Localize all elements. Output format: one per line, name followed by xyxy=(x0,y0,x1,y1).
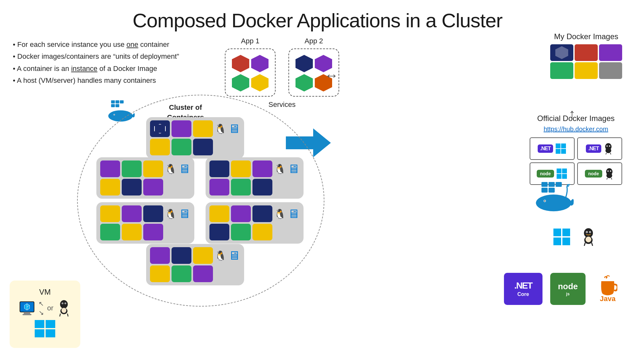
node-js-sub: js xyxy=(566,291,570,296)
windows-icon-sm2 xyxy=(556,168,568,179)
vm-icons: ↖ ↘ or xyxy=(19,300,72,316)
node-group-5: 🐧 🖥 xyxy=(206,202,304,244)
svg-rect-30 xyxy=(562,229,570,236)
svg-point-26 xyxy=(539,197,552,207)
app1-box: App 1 xyxy=(225,37,276,97)
monitor-2: 🖥 xyxy=(178,162,190,176)
svg-point-52 xyxy=(62,303,63,304)
svg-point-35 xyxy=(586,237,591,242)
svg-rect-59 xyxy=(46,329,55,337)
monitor-1: 🖥 xyxy=(228,122,240,136)
windows-logo-icon xyxy=(553,228,571,246)
or-label: or xyxy=(47,304,54,312)
svg-line-54 xyxy=(60,314,60,316)
svg-line-8 xyxy=(606,153,606,154)
app2-box: App 2 xyxy=(288,37,339,97)
svg-rect-2 xyxy=(556,149,560,154)
penguin-6: 🐧 xyxy=(215,250,226,261)
svg-rect-3 xyxy=(561,149,566,154)
svg-rect-64 xyxy=(111,104,115,107)
node-brand-badge: node js xyxy=(550,273,586,305)
my-docker-images-area: My Docker Images xyxy=(550,32,622,79)
bullet-4: A host (VM/server) handles many containe… xyxy=(13,74,179,86)
net-linux-cell: .NET xyxy=(577,137,622,160)
penguin-4: 🐧 xyxy=(165,208,177,220)
monitor-3: 🖥 xyxy=(287,162,300,176)
page-title: Composed Docker Applications in a Cluste… xyxy=(0,0,635,38)
svg-point-49 xyxy=(62,308,66,313)
app1-container xyxy=(225,48,276,97)
vm-box: VM ↖ ↘ or xyxy=(10,281,80,348)
svg-rect-32 xyxy=(562,238,570,245)
svg-line-55 xyxy=(67,314,68,316)
svg-point-5 xyxy=(606,145,608,147)
net-text: .NET xyxy=(514,281,532,291)
app1-label: App 1 xyxy=(241,37,260,45)
svg-rect-13 xyxy=(562,174,567,179)
svg-point-39 xyxy=(590,232,591,233)
svg-point-6 xyxy=(609,145,610,147)
double-arrow-icon: ↔ xyxy=(324,67,339,83)
docker-whale-icon-br xyxy=(532,180,577,215)
java-cup-icon xyxy=(598,275,617,297)
windows-vm-icon xyxy=(34,319,56,338)
svg-rect-20 xyxy=(542,182,548,187)
svg-rect-61 xyxy=(111,100,115,103)
net-badge-win: .NET xyxy=(538,144,553,153)
svg-rect-10 xyxy=(557,169,561,173)
monitor-5: 🖥 xyxy=(287,207,300,221)
penguin-5: 🐧 xyxy=(274,208,286,220)
net-badge-linux: .NET xyxy=(586,144,601,153)
bullet-1: For each service instance you use one co… xyxy=(13,39,179,50)
linux-penguin-icon xyxy=(580,228,596,246)
node-group-6: 🐧 🖥 xyxy=(146,244,244,285)
svg-point-69 xyxy=(114,114,115,115)
monitor-4: 🖥 xyxy=(178,207,190,221)
svg-rect-24 xyxy=(549,188,555,193)
net-win-cell: .NET xyxy=(530,137,575,160)
svg-point-7 xyxy=(605,148,611,153)
penguin-3: 🐧 xyxy=(274,163,286,175)
svg-point-16 xyxy=(610,170,611,172)
svg-point-28 xyxy=(544,200,545,201)
svg-line-18 xyxy=(607,178,607,179)
svg-rect-21 xyxy=(549,182,555,187)
node-badge-linux: node xyxy=(585,170,602,178)
linux-vm-icon xyxy=(57,300,71,316)
linux-icon-sm xyxy=(603,143,613,154)
my-docker-images-label: My Docker Images xyxy=(550,32,622,41)
bullet-3: A container is an instance of a Docker I… xyxy=(13,63,179,74)
node-group-2: 🐧 🖥 xyxy=(96,157,194,199)
monitor-6: 🖥 xyxy=(228,249,240,263)
svg-point-67 xyxy=(110,112,119,118)
brand-row: .NET Core node js Java xyxy=(504,273,622,305)
official-docker-label: Official Docker Images xyxy=(537,114,615,123)
penguin-2: 🐧 xyxy=(165,163,177,175)
node-group-4: 🐧 🖥 xyxy=(96,202,194,244)
svg-rect-42 xyxy=(22,314,31,315)
svg-point-47 xyxy=(60,300,68,308)
svg-rect-58 xyxy=(35,329,44,337)
node-group-1: 🐧 🖥 xyxy=(146,117,244,159)
svg-point-17 xyxy=(606,173,612,178)
net-core-badge: .NET Core xyxy=(504,273,542,305)
svg-marker-60 xyxy=(286,128,331,157)
docker-whale-tc xyxy=(106,100,138,126)
penguin-1: 🐧 xyxy=(215,123,226,134)
java-text: Java xyxy=(600,295,616,303)
docker-whale-br xyxy=(532,180,577,216)
svg-rect-11 xyxy=(562,169,567,173)
node-brand-text: node xyxy=(558,282,578,291)
svg-rect-22 xyxy=(556,182,562,187)
svg-rect-0 xyxy=(556,143,560,148)
bullet-list: For each service instance you use one co… xyxy=(13,39,179,87)
svg-rect-56 xyxy=(35,320,44,328)
services-label: Services xyxy=(269,100,295,109)
official-docker-area: Official Docker Images https://hub.docke… xyxy=(530,114,622,185)
node-linux-cell: node xyxy=(577,162,622,185)
svg-rect-62 xyxy=(116,100,119,103)
official-docker-link[interactable]: https://hub.docker.com xyxy=(543,126,608,133)
linux-icon-sm2 xyxy=(604,168,614,179)
svg-rect-23 xyxy=(542,188,548,193)
node-group-3: 🐧 🖥 xyxy=(206,157,304,199)
